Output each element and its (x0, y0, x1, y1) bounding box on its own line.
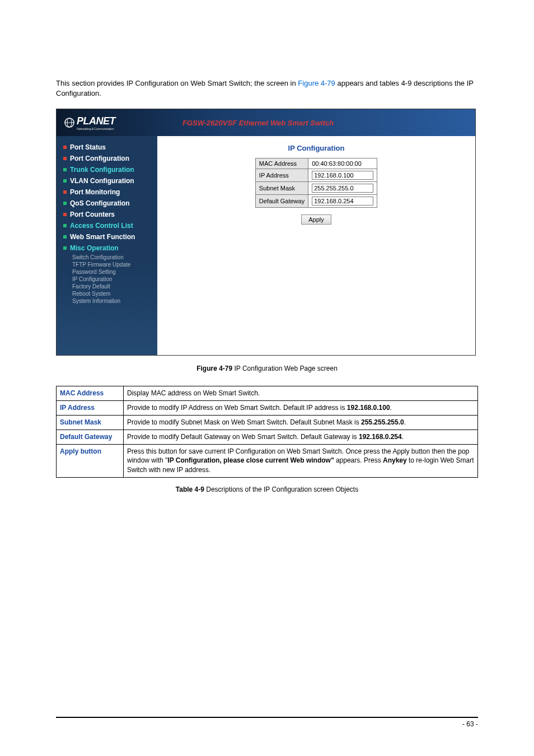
app-screenshot: PLANET Networking & Communication FGSW-2… (56, 109, 476, 356)
logo-subtext: Networking & Communication (77, 127, 115, 130)
header-title: FGSW-2620VSF Ethernet Web Smart Switch (182, 119, 334, 127)
figure-caption-pre: Figure 4-79 (196, 365, 234, 372)
sidebar-item[interactable]: QoS Configuration (62, 198, 152, 209)
sidebar-subitem[interactable]: Factory Default (62, 283, 152, 290)
desc-object: IP Address (57, 401, 124, 416)
sidebar-item[interactable]: VLAN Configuration (62, 175, 152, 186)
mac-label: MAC Address (255, 158, 308, 169)
figure-link[interactable]: Figure 4-79 (298, 79, 335, 87)
sidebar-item[interactable]: Port Status (62, 142, 152, 153)
desc-text: Provide to modify IP Address on Web Smar… (124, 401, 478, 416)
ip-config-form: MAC Address 00:40:63:80:00:00 IP Address… (255, 158, 377, 208)
gw-input[interactable] (312, 197, 373, 206)
table-caption-pre: Table 4-9 (176, 486, 206, 493)
panel-title: IP Configuration (165, 144, 467, 152)
sidebar-subitem[interactable]: IP Configuration (62, 276, 152, 283)
desc-text: Press this button for save current IP Co… (124, 444, 478, 477)
app-header: PLANET Networking & Communication FGSW-2… (57, 109, 475, 136)
mask-label: Subnet Mask (255, 182, 308, 195)
table-caption: Table 4-9 Descriptions of the IP Configu… (56, 486, 478, 493)
figure-caption: Figure 4-79 IP Configuration Web Page sc… (56, 365, 478, 372)
mac-value: 00:40:63:80:00:00 (308, 158, 377, 169)
sidebar-item[interactable]: Trunk Configuration (62, 164, 152, 175)
sidebar-subitem[interactable]: Password Setting (62, 268, 152, 276)
sidebar-subitem[interactable]: TFTP Firmware Update (62, 261, 152, 268)
table-caption-text: Descriptions of the IP Configuration scr… (206, 486, 358, 493)
logo: PLANET Networking & Communication (64, 115, 115, 130)
desc-object: Subnet Mask (57, 415, 124, 430)
globe-icon (64, 118, 74, 128)
desc-text: Provide to modify Default Gateway on Web… (124, 430, 478, 444)
intro-paragraph: This section provides IP Configuration o… (56, 78, 478, 99)
figure-caption-text: IP Configuration Web Page screen (235, 365, 338, 372)
mask-input[interactable] (312, 184, 373, 193)
page-footer: - 63 - (56, 717, 478, 728)
sidebar-item[interactable]: Port Monitoring (62, 186, 152, 198)
gw-label: Default Gateway (255, 195, 308, 208)
desc-object: Default Gateway (57, 430, 124, 444)
sidebar-item[interactable]: Port Configuration (62, 153, 152, 164)
ip-label: IP Address (255, 169, 308, 182)
desc-text: Display MAC address on Web Smart Switch. (124, 386, 478, 401)
sidebar-item[interactable]: Port Counters (62, 209, 152, 220)
ip-input[interactable] (312, 171, 373, 180)
sidebar-item[interactable]: Misc Operation (62, 242, 152, 254)
content-panel: IP Configuration MAC Address 00:40:63:80… (157, 136, 475, 355)
sidebar-subitem[interactable]: Switch Configuration (62, 254, 152, 261)
desc-text: Provide to modify Subnet Mask on Web Sma… (124, 415, 478, 430)
desc-object: MAC Address (57, 386, 124, 401)
page-number: - 63 - (462, 720, 478, 728)
apply-button[interactable]: Apply (301, 214, 331, 225)
sidebar: Port StatusPort ConfigurationTrunk Confi… (57, 136, 157, 355)
description-table: MAC AddressDisplay MAC address on Web Sm… (56, 386, 478, 478)
sidebar-item[interactable]: Web Smart Function (62, 231, 152, 242)
sidebar-item[interactable]: Access Control List (62, 220, 152, 231)
logo-text: PLANET (77, 115, 115, 127)
desc-object: Apply button (57, 444, 124, 477)
intro-text-1: This section provides IP Configuration o… (56, 79, 298, 87)
sidebar-subitem[interactable]: System Information (62, 297, 152, 305)
sidebar-subitem[interactable]: Reboot System (62, 290, 152, 297)
